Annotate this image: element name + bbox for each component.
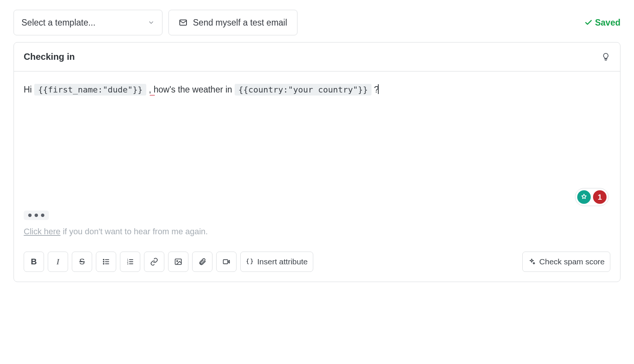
tips-badge[interactable] — [577, 190, 591, 204]
chevron-down-icon — [148, 19, 155, 26]
saved-status: Saved — [584, 18, 620, 28]
svg-point-1 — [103, 259, 104, 260]
envelope-icon — [179, 18, 188, 27]
unsubscribe-rest: if you don't want to hear from me again. — [61, 227, 208, 236]
svg-point-5 — [103, 263, 104, 264]
attribute-token-first-name[interactable]: {{first_name:"dude"}} — [34, 84, 146, 96]
svg-rect-15 — [223, 260, 228, 264]
lightbulb-icon[interactable] — [601, 52, 610, 61]
bullet-list-button[interactable] — [96, 252, 116, 272]
insert-attribute-label: Insert attribute — [257, 257, 308, 266]
numbered-list-button[interactable]: 123 — [120, 252, 140, 272]
template-select-label: Select a template... — [21, 18, 96, 28]
subject-input[interactable]: Checking in — [24, 52, 75, 62]
editor-toolbar: B I S 123 Insert attribute — [14, 246, 620, 282]
body-text: how's the weather in — [151, 85, 235, 94]
sparkle-icon — [528, 258, 535, 265]
italic-button[interactable]: I — [48, 252, 68, 272]
check-icon — [584, 18, 593, 27]
email-body-editor[interactable]: Hi {{first_name:"dude"}} , how's the wea… — [14, 71, 620, 211]
suggestion-badges[interactable]: 1 — [575, 188, 609, 206]
send-test-email-button[interactable]: Send myself a test email — [168, 10, 297, 35]
body-text: Hi — [24, 85, 34, 94]
unsubscribe-line: Click here if you don't want to hear fro… — [14, 227, 620, 246]
svg-point-14 — [177, 261, 178, 262]
braces-icon — [246, 258, 253, 265]
check-spam-label: Check spam score — [539, 257, 605, 266]
body-text: , — [149, 85, 151, 94]
svg-point-3 — [103, 261, 104, 262]
send-test-email-label: Send myself a test email — [193, 18, 287, 28]
email-editor-card: Checking in Hi {{first_name:"dude"}} , h… — [14, 42, 620, 282]
image-button[interactable] — [168, 252, 188, 272]
text-cursor — [378, 84, 379, 94]
saved-label: Saved — [595, 18, 620, 28]
check-spam-score-button[interactable]: Check spam score — [522, 252, 610, 272]
link-button[interactable] — [144, 252, 164, 272]
error-count-badge[interactable]: 1 — [593, 190, 607, 204]
video-button[interactable] — [216, 252, 237, 272]
template-select[interactable]: Select a template... — [14, 10, 162, 35]
attribute-token-country[interactable]: {{country:"your country"}} — [235, 84, 372, 96]
insert-attribute-button[interactable]: Insert attribute — [240, 252, 313, 272]
more-menu-button[interactable] — [24, 211, 49, 220]
strikethrough-button[interactable]: S — [72, 252, 92, 272]
bold-button[interactable]: B — [24, 252, 44, 272]
attachment-button[interactable] — [192, 252, 212, 272]
unsubscribe-link[interactable]: Click here — [24, 227, 61, 236]
svg-text:3: 3 — [127, 262, 129, 265]
